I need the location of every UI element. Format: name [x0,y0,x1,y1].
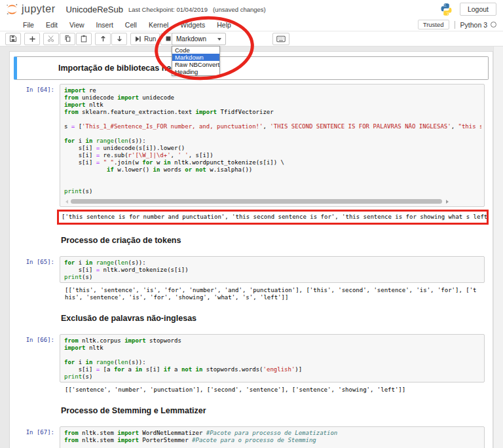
dropdown-option-markdown[interactable]: Markdown [172,54,219,61]
run-button[interactable]: Run [130,33,160,45]
move-cell-down-button[interactable] [111,33,127,45]
cell-prompt: In [65]: [18,256,60,265]
horizontal-scrollbar[interactable] [65,199,480,204]
code-output: [['sentence', 'number', 'punctuation'], … [60,385,485,395]
caret-down-icon [217,38,221,41]
unsaved-changes-text: (unsaved changes) [213,6,266,13]
cut-button[interactable] [43,33,59,45]
menubar: File Edit View Insert Cell Kernel Widget… [0,18,503,31]
copy-icon [64,35,71,43]
logout-button[interactable]: Logout [460,3,496,16]
markdown-cell-imports[interactable]: Importação de bibliotecas necessárias [14,56,489,80]
markdown-heading: Exclusão de palavras não-inglesas [18,310,485,326]
save-icon [9,35,17,43]
menu-item-edit[interactable]: Edit [40,21,64,29]
markdown-heading: Importação de bibliotecas necessárias [18,60,485,76]
scroll-right-icon[interactable] [446,200,449,204]
stop-icon [165,35,172,42]
move-down-icon [116,35,123,43]
jupyter-logo-icon [5,3,19,16]
checkpoint-text: Last Checkpoint: 01/04/2019 [128,6,208,13]
markdown-cell-stopwords[interactable]: Exclusão de palavras não-inglesas [14,307,489,330]
toolbar: Run [0,31,503,47]
output-prompt-spacer [18,210,60,212]
output-prompt-spacer [18,286,60,288]
code-input[interactable]: from nltk.corpus import stopwordsimport … [60,334,485,383]
code-input[interactable]: import refrom unidecode import unidecode… [60,84,485,207]
kernel-name-label: Python 3 [460,21,487,29]
trusted-badge: Trusted [418,20,449,29]
kernel-status-icon [491,22,496,28]
markdown-heading: Processo de Stemming e Lemmatizer [18,403,485,419]
markdown-cell-tokens[interactable]: Processo de criação de tokens [14,229,489,252]
run-icon [134,35,141,43]
code-input[interactable]: from nltk.stem import WordNetLemmatizer … [60,426,485,448]
cell-prompt: In [67]: [18,426,60,436]
dropdown-option-raw-nbconvert[interactable]: Raw NBConvert [172,61,219,68]
code-input[interactable]: for i in range(len(s)): s[i] = nltk.word… [60,256,485,283]
app-name: jupyter [22,3,56,15]
menu-item-widgets[interactable]: Widgets [174,21,211,29]
code-editor[interactable]: import refrom unidecode import unidecode… [64,87,481,195]
code-cell-65[interactable]: In [65]: for i in range(len(s)): s[i] = … [14,252,489,307]
jupyter-logo[interactable]: jupyter [5,3,56,16]
code-output: ['this sentence is for number and punctu… [60,213,485,221]
command-palette-icon [276,35,286,43]
menu-item-file[interactable]: File [17,21,40,29]
paste-button[interactable] [76,33,92,45]
paste-icon [80,35,88,43]
menu-item-view[interactable]: View [64,21,90,29]
output-prompt-spacer [18,385,60,388]
code-cell-64[interactable]: In [64]: import refrom unidecode import … [14,80,489,229]
notebook-title[interactable]: UnicodeReSub [66,5,123,14]
notebook-header: jupyter UnicodeReSub Last Checkpoint: 01… [0,0,503,18]
celltype-select-value: Markdown [176,35,217,43]
annotation-box: ['this sentence is for number and punctu… [57,210,489,225]
page-scrollbar[interactable] [493,47,503,448]
scrollbar-thumb[interactable] [71,199,442,204]
move-up-icon [100,35,107,43]
cut-icon [47,35,55,43]
move-cell-up-button[interactable] [95,33,111,45]
save-button[interactable] [5,33,21,45]
notebook-area: Importação de bibliotecas necessárias In… [0,47,503,448]
add-cell-button[interactable] [24,33,40,45]
kernel-name: Python 3 [455,21,496,29]
copy-button[interactable] [60,33,75,45]
add-cell-icon [29,35,36,43]
celltype-select[interactable]: Markdown [172,33,226,45]
markdown-heading: Processo de criação de tokens [18,233,485,248]
code-editor[interactable]: from nltk.corpus import stopwordsimport … [64,337,481,381]
markdown-cell-stemming[interactable]: Processo de Stemming e Lemmatizer [14,399,489,422]
menu-item-cell[interactable]: Cell [119,21,143,29]
command-palette-button[interactable] [272,33,289,45]
menu-item-kernel[interactable]: Kernel [143,21,174,29]
code-output: [['this', 'sentence', 'is', 'for', 'numb… [60,286,485,303]
menu-item-help[interactable]: Help [211,21,237,29]
run-button-label: Run [144,35,156,43]
code-editor[interactable]: for i in range(len(s)): s[i] = nltk.word… [64,259,481,281]
notebook-container: Importação de bibliotecas necessárias In… [9,51,493,448]
code-cell-67[interactable]: In [67]: from nltk.stem import WordNetLe… [14,422,489,448]
dropdown-option-code[interactable]: Code [172,47,219,54]
cell-prompt: In [66]: [18,334,60,343]
menu-item-insert[interactable]: Insert [90,21,119,29]
python-logo [439,3,453,16]
code-editor[interactable]: from nltk.stem import WordNetLemmatizer … [64,430,481,448]
scroll-left-icon[interactable] [65,200,68,204]
dropdown-option-heading[interactable]: Heading [172,68,219,75]
celltype-dropdown-list: Code Markdown Raw NBConvert Heading [172,46,220,76]
cell-prompt: In [64]: [18,84,60,93]
code-cell-66[interactable]: In [66]: from nltk.corpus import stopwor… [14,330,489,399]
